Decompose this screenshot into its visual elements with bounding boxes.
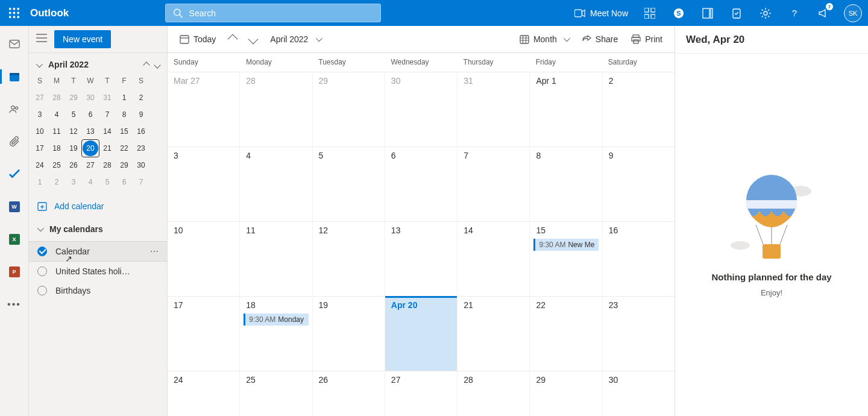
mini-day[interactable]: 31 xyxy=(99,89,116,106)
mini-day[interactable]: 5 xyxy=(99,174,116,191)
mini-day[interactable]: 3 xyxy=(31,106,48,123)
mini-day[interactable]: 3 xyxy=(65,174,82,191)
tips-button[interactable] xyxy=(722,0,751,26)
calendar-checkbox[interactable] xyxy=(37,247,47,256)
day-cell[interactable]: 7 xyxy=(458,147,530,221)
day-cell[interactable]: 14 xyxy=(458,222,530,296)
mini-day[interactable]: 2 xyxy=(48,174,65,191)
mini-day[interactable]: 30 xyxy=(82,89,99,106)
prev-period-button[interactable] xyxy=(224,32,241,46)
mini-day[interactable]: 7 xyxy=(133,174,149,191)
mini-day[interactable]: 4 xyxy=(48,106,65,123)
day-cell[interactable]: 27 xyxy=(385,371,458,416)
rail-files[interactable] xyxy=(0,131,29,153)
mini-next-month[interactable] xyxy=(155,59,160,70)
settings-button[interactable] xyxy=(751,0,780,26)
mini-day[interactable]: 26 xyxy=(65,157,82,174)
day-cell[interactable]: 4 xyxy=(240,147,312,221)
day-cell[interactable]: 21 xyxy=(458,297,530,371)
rail-word[interactable]: W xyxy=(0,196,29,218)
next-period-button[interactable] xyxy=(245,32,262,46)
sidebar-toggle[interactable] xyxy=(36,34,47,45)
day-cell[interactable]: Apr 1 xyxy=(530,72,602,147)
mini-day[interactable]: 6 xyxy=(82,106,99,123)
rail-people[interactable] xyxy=(0,98,29,120)
mini-day[interactable]: 29 xyxy=(65,89,82,106)
mini-day[interactable]: 6 xyxy=(116,174,133,191)
mini-day[interactable]: 4 xyxy=(82,174,99,191)
my-day-button[interactable] xyxy=(693,0,722,26)
mini-day[interactable]: 7 xyxy=(99,106,116,123)
day-cell[interactable]: 26 xyxy=(313,371,385,416)
mini-day[interactable]: 14 xyxy=(99,123,116,140)
calendar-event[interactable]: 9:30 AMMonday xyxy=(244,314,308,326)
mini-day[interactable]: 12 xyxy=(65,123,82,140)
mini-day[interactable]: 13 xyxy=(82,123,99,140)
month-picker[interactable]: April 2022 xyxy=(265,31,326,48)
mini-day[interactable]: 30 xyxy=(133,157,149,174)
help-button[interactable]: ? xyxy=(780,0,809,26)
account-avatar[interactable]: SK xyxy=(844,4,862,22)
mini-day[interactable]: 8 xyxy=(116,106,133,123)
day-cell[interactable]: 3 xyxy=(168,147,240,221)
day-cell[interactable]: 29 xyxy=(530,371,602,416)
day-cell[interactable]: 19 xyxy=(313,297,385,371)
share-button[interactable]: Share xyxy=(577,31,623,48)
rail-more[interactable]: ••• xyxy=(0,294,29,315)
mini-month-toggle[interactable] xyxy=(36,59,41,70)
rail-mail[interactable] xyxy=(0,33,29,55)
calendar-more-button[interactable]: ⋯ xyxy=(150,247,160,256)
day-cell[interactable]: 8 xyxy=(530,147,602,221)
calendar-item[interactable]: Calendar⋯↖ xyxy=(29,241,167,262)
day-cell[interactable]: 5 xyxy=(313,147,385,221)
notifications-button[interactable]: 7 xyxy=(809,0,838,26)
mini-day[interactable]: 1 xyxy=(31,174,48,191)
mini-day[interactable]: 15 xyxy=(116,123,133,140)
mini-day[interactable]: 25 xyxy=(48,157,65,174)
new-event-button[interactable]: New event xyxy=(54,30,111,48)
mini-day[interactable]: 2 xyxy=(133,89,149,106)
app-launcher-button[interactable] xyxy=(0,0,29,26)
day-cell[interactable]: 28 xyxy=(240,72,312,147)
mini-prev-month[interactable] xyxy=(144,59,149,70)
meet-now-button[interactable]: Meet Now xyxy=(567,0,635,26)
rail-excel[interactable]: X xyxy=(0,228,29,250)
mini-day[interactable]: 27 xyxy=(31,89,48,106)
day-cell[interactable]: 189:30 AMMonday xyxy=(240,297,312,371)
day-cell[interactable]: 9 xyxy=(603,147,675,221)
day-cell[interactable]: 2 xyxy=(603,72,675,147)
day-cell[interactable]: 16 xyxy=(603,222,675,296)
day-cell[interactable]: Mar 27 xyxy=(168,72,240,147)
day-cell[interactable]: 28 xyxy=(458,371,530,416)
mini-day[interactable]: 21 xyxy=(99,140,116,157)
day-cell[interactable]: 24 xyxy=(168,371,240,416)
calendar-checkbox[interactable] xyxy=(37,266,47,276)
mini-day[interactable]: 18 xyxy=(48,140,65,157)
add-calendar-button[interactable]: Add calendar xyxy=(29,195,167,217)
mini-day[interactable]: 27 xyxy=(82,157,99,174)
calendar-group-my-calendars[interactable]: My calendars xyxy=(29,217,167,241)
day-cell[interactable]: 25 xyxy=(240,371,312,416)
mini-day[interactable]: 9 xyxy=(133,106,149,123)
mini-day[interactable]: 23 xyxy=(133,140,149,157)
print-button[interactable]: Print xyxy=(626,31,667,48)
mini-day[interactable]: 11 xyxy=(48,123,65,140)
mini-day[interactable]: 10 xyxy=(31,123,48,140)
mini-day[interactable]: 19 xyxy=(65,140,82,157)
day-cell[interactable]: 11 xyxy=(240,222,312,296)
rail-powerpoint[interactable]: P xyxy=(0,261,29,283)
day-cell[interactable]: 29 xyxy=(313,72,385,147)
day-cell[interactable]: 23 xyxy=(603,297,675,371)
calendar-event[interactable]: 9:30 AMNew Me xyxy=(533,239,598,251)
calendar-item[interactable]: Birthdays xyxy=(29,281,167,300)
mini-day[interactable]: 16 xyxy=(133,123,149,140)
day-cell[interactable]: 17 xyxy=(168,297,240,371)
mini-day[interactable]: 20 xyxy=(82,140,99,157)
calendar-item[interactable]: United States holi… xyxy=(29,262,167,281)
rail-todo[interactable] xyxy=(0,163,29,185)
calendar-checkbox[interactable] xyxy=(37,286,47,295)
day-cell[interactable]: 10 xyxy=(168,222,240,296)
mini-day[interactable]: 1 xyxy=(116,89,133,106)
teams-button[interactable] xyxy=(635,0,664,26)
rail-calendar[interactable] xyxy=(0,66,29,87)
